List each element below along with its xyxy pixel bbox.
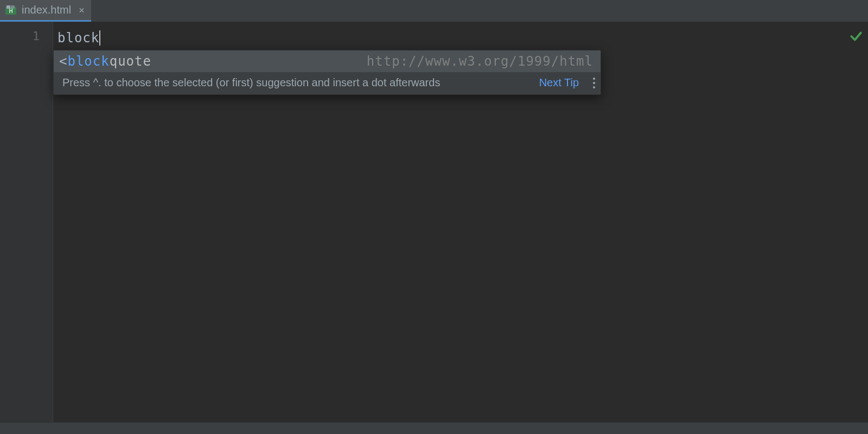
svg-rect-3	[11, 5, 15, 9]
code-line-1[interactable]: block	[58, 29, 844, 47]
status-bar	[0, 422, 868, 434]
autocomplete-hint-bar: Press ^. to choose the selected (or firs…	[54, 72, 601, 94]
tab-bar: H index.html ×	[0, 0, 868, 22]
validation-gutter	[844, 22, 868, 422]
typed-text: block	[58, 30, 99, 46]
tab-index-html[interactable]: H index.html ×	[0, 0, 91, 22]
line-number: 1	[0, 29, 40, 43]
tab-label: index.html	[22, 4, 71, 16]
svg-text:H: H	[9, 8, 12, 14]
code-area[interactable]: block <blockquote http://www.w3.org/1999…	[53, 22, 844, 422]
editor-area: 1 block <blockquote http://www.w3.org/19…	[0, 22, 868, 422]
suggestion-match: block	[67, 54, 109, 69]
hint-text: Press ^. to choose the selected (or firs…	[62, 76, 529, 89]
suggestion-namespace: http://www.w3.org/1999/html	[367, 54, 593, 69]
autocomplete-item[interactable]: <blockquote http://www.w3.org/1999/html	[54, 50, 601, 72]
text-cursor	[99, 30, 100, 46]
suggestion-prefix: <	[59, 54, 67, 69]
close-icon[interactable]: ×	[79, 5, 85, 15]
svg-rect-2	[7, 5, 10, 9]
suggestion-rest: quote	[110, 54, 151, 69]
more-options-icon[interactable]	[593, 78, 595, 88]
line-number-gutter: 1	[0, 22, 53, 422]
next-tip-link[interactable]: Next Tip	[539, 76, 579, 89]
html-file-icon: H	[5, 5, 16, 16]
autocomplete-popup: <blockquote http://www.w3.org/1999/html …	[53, 50, 601, 95]
checkmark-icon[interactable]	[849, 29, 863, 43]
